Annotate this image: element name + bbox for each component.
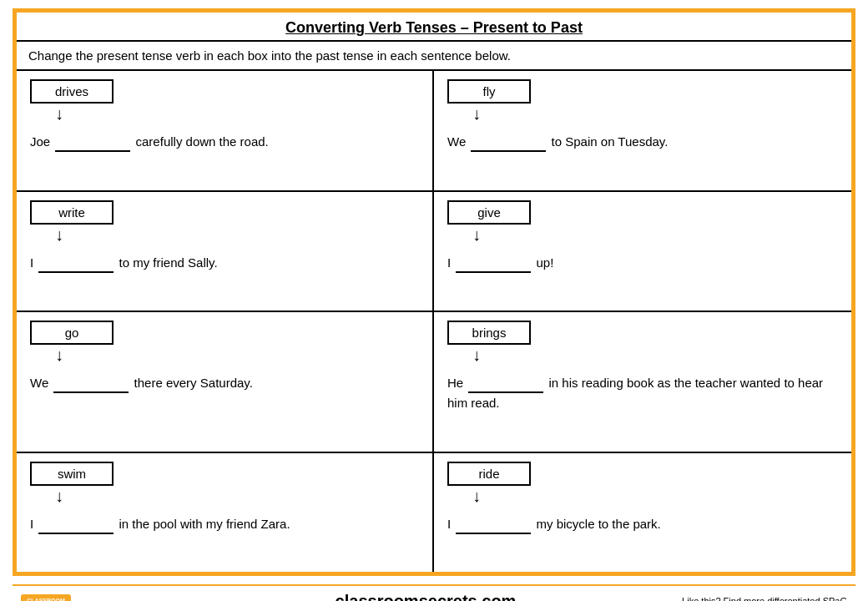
cell-7: swim ↓ I in the pool with my friend Zara… [17,453,434,573]
arrow-7: ↓ [55,487,63,504]
sentence-1: Joe carefully down the road. [30,130,269,152]
footer-center: classroomsecrets.com Converting Verb Ten… [171,592,680,602]
cell-4: give ↓ I up! [434,192,851,313]
sentence-5: We there every Saturday. [30,371,253,393]
worksheet-instruction: Change the present tense verb in each bo… [17,42,851,71]
blank-6 [468,371,543,393]
verb-box-3: write [30,200,114,225]
exercise-grid: drives ↓ Joe carefully down the road. fl… [17,71,851,572]
verb-box-1: drives [30,79,114,104]
sentence-7: I in the pool with my friend Zara. [30,513,290,534]
footer-left: CLASSROOMSecrets © Classroom Secrets Lim… [21,594,171,601]
sentence-3: I to my friend Sally. [30,251,218,273]
cell-1: drives ↓ Joe carefully down the road. [17,71,434,192]
sentence-4: I up! [447,251,553,273]
site-url: classroomsecrets.com [171,592,680,602]
cell-8: ride ↓ I my bicycle to the park. [434,453,851,573]
sentence-2: We to Spain on Tuesday. [447,130,668,152]
footer-logo: CLASSROOMSecrets [21,594,71,601]
verb-box-8: ride [447,462,531,486]
blank-7 [38,513,114,534]
arrow-3: ↓ [55,226,63,243]
arrow-5: ↓ [55,346,63,363]
blank-1 [55,130,130,152]
arrow-2: ↓ [472,105,481,122]
sentence-8: I my bicycle to the park. [447,513,661,534]
arrow-1: ↓ [55,105,63,122]
cell-6: brings ↓ He in his reading book as the t… [434,312,851,453]
blank-5 [53,371,129,393]
footer: CLASSROOMSecrets © Classroom Secrets Lim… [13,584,855,601]
blank-3 [38,251,114,273]
arrow-4: ↓ [472,226,481,243]
cell-3: write ↓ I to my friend Sally. [17,192,434,313]
blank-2 [471,130,546,152]
arrow-6: ↓ [472,346,481,363]
verb-box-7: swim [30,462,114,486]
verb-box-6: brings [447,321,531,345]
worksheet-container: Converting Verb Tenses – Present to Past… [13,8,855,576]
footer-cta: Like this? Find more differentiated SPaG… [682,596,847,601]
blank-8 [456,513,531,534]
footer-right: Like this? Find more differentiated SPaG… [680,596,847,601]
worksheet-title: Converting Verb Tenses – Present to Past [17,13,851,42]
cell-5: go ↓ We there every Saturday. [17,312,434,453]
cell-2: fly ↓ We to Spain on Tuesday. [434,71,851,192]
sentence-6: He in his reading book as the teacher wa… [447,371,838,413]
arrow-8: ↓ [472,487,481,504]
blank-4 [456,251,531,273]
verb-box-4: give [447,200,531,225]
verb-box-5: go [30,321,114,345]
verb-box-2: fly [447,79,531,104]
